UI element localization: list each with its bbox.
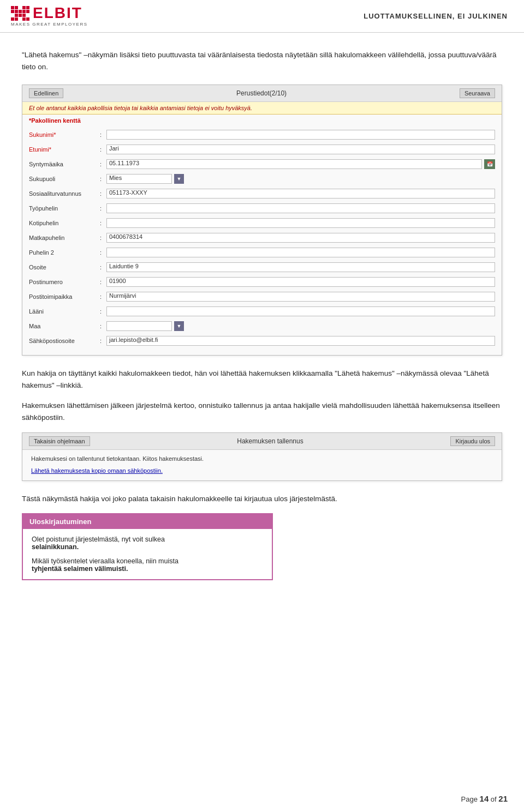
form-input-sosiaaliturvatunnus[interactable]: 051173-XXXY <box>106 189 495 199</box>
form-input-matkapuhelin[interactable]: 0400678314 <box>106 233 495 243</box>
sukupuoli-dropdown-icon[interactable]: ▼ <box>174 174 184 184</box>
form-row-kotipuhelin: Kotipuhelin : <box>29 217 495 229</box>
form-input-sahkoposti[interactable]: jari.lepisto@elbit.fi <box>106 336 495 346</box>
form-input-maa[interactable] <box>106 321 172 331</box>
intro-text: "Lähetä hakemus" –näkymän lisäksi tieto … <box>22 49 502 73</box>
form-value-postitoimipaikka: Nurmijärvi <box>109 292 136 299</box>
logo-grid <box>11 6 29 21</box>
form-input-laani[interactable] <box>106 306 495 316</box>
form-row-tyopuhelin: Työpuhelin : <box>29 202 495 214</box>
logo-icon: ELBIT <box>11 5 82 21</box>
form-label-laani: Lääni <box>29 308 100 315</box>
form-row-postitoimipaikka: Postitoimipaikka : Nurmijärvi <box>29 291 495 303</box>
form-label-puhelin2: Puhelin 2 <box>29 249 100 256</box>
form-label-postinumero: Postinumero <box>29 279 100 285</box>
form-input-kotipuhelin[interactable] <box>106 218 495 228</box>
logout-header: Uloskirjautuminen <box>23 514 272 529</box>
form-input-postitoimipaikka[interactable]: Nurmijärvi <box>106 292 495 302</box>
form-fields: Sukunimi* : Etunimi* : Jari Syntymäaika … <box>22 127 502 355</box>
form-value-syntymaaika: 05.11.1973 <box>109 160 139 166</box>
form-row-puhelin2: Puhelin 2 : <box>29 246 495 258</box>
form-input-tyopuhelin[interactable] <box>106 203 495 213</box>
logout-text2: Mikäli työskentelet vieraalla koneella, … <box>32 557 263 573</box>
form-label-postitoimipaikka: Postitoimipaikka <box>29 293 100 300</box>
form-input-postinumero[interactable]: 01900 <box>106 277 495 287</box>
logo-subtitle: MAKES GREAT EMPLOYERS <box>11 22 88 27</box>
form-input-osoite[interactable]: Laiduntie 9 <box>106 262 495 272</box>
form-row-etunimi: Etunimi* : Jari <box>29 143 495 155</box>
form-value-etunimi: Jari <box>109 145 119 152</box>
page-header: ELBIT MAKES GREAT EMPLOYERS LUOTTAMUKSEL… <box>0 0 524 33</box>
form-error-bar: Et ole antanut kaikkia pakollisia tietoj… <box>22 102 502 115</box>
form-error-msg: Et ole antanut kaikkia pakollisia tietoj… <box>29 105 252 111</box>
form-label-sosiaaliturvatunnus: Sosiaaliturvatunnus <box>29 190 100 197</box>
form-label-osoite: Osoite <box>29 264 100 270</box>
form-value-matkapuhelin: 0400678314 <box>109 233 142 240</box>
confirm-logout-button[interactable]: Kirjaudu ulos <box>450 436 495 446</box>
page-footer: Page 14 of 21 <box>461 794 508 803</box>
closing-text: Tästä näkymästä hakija voi joko palata t… <box>22 493 502 505</box>
form-row-postinumero: Postinumero : 01900 <box>29 276 495 288</box>
confirm-link[interactable]: Lähetä hakemuksesta kopio omaan sähköpos… <box>31 467 163 474</box>
form-label-sukunimi: Sukunimi* <box>29 131 100 138</box>
form-input-etunimi[interactable]: Jari <box>106 145 495 154</box>
form-label-tyopuhelin: Työpuhelin <box>29 205 100 212</box>
confirm-back-button[interactable]: Takaisin ohjelmaan <box>29 436 90 446</box>
confirm-nav-bar: Takaisin ohjelmaan Hakemuksen tallennus … <box>22 433 502 450</box>
main-content: "Lähetä hakemus" –näkymän lisäksi tieto … <box>0 33 524 613</box>
form-row-matkapuhelin: Matkapuhelin : 0400678314 <box>29 232 495 244</box>
form-input-sukupuoli[interactable]: Mies <box>106 174 172 184</box>
header-confidential-label: LUOTTAMUKSELLINEN, EI JULKINEN <box>364 12 508 20</box>
form-label-matkapuhelin: Matkapuhelin <box>29 234 100 241</box>
form-value-osoite: Laiduntie 9 <box>109 263 139 269</box>
form-row-laani: Lääni : <box>29 305 495 317</box>
maa-dropdown-icon[interactable]: ▼ <box>174 321 184 331</box>
form-value-sukupuoli: Mies <box>109 175 122 181</box>
form-label-kotipuhelin: Kotipuhelin <box>29 220 100 226</box>
form-label-syntymaaika: Syntymäaika <box>29 161 100 167</box>
body-text-1: Kun hakija on täyttänyt kaikki hakulomak… <box>22 368 502 391</box>
form-label-maa: Maa <box>29 323 100 329</box>
form-nav-bar: Edellinen Perustiedot(2/10) Seuraava <box>22 85 502 102</box>
form-row-sahkoposti: Sähköpostiosoite : jari.lepisto@elbit.fi <box>29 335 495 347</box>
form-label-etunimi: Etunimi* <box>29 146 100 153</box>
form-row-sosiaaliturvatunnus: Sosiaaliturvatunnus : 051173-XXXY <box>29 188 495 200</box>
logout-box: Uloskirjautuminen Olet poistunut järjest… <box>22 513 273 580</box>
confirm-nav-title: Hakemuksen tallennus <box>237 437 303 445</box>
form-row-sukupuoli: Sukupuoli : Mies ▼ <box>29 173 495 185</box>
confirm-body: Hakemuksesi on tallentunut tietokantaan.… <box>22 450 502 480</box>
confirm-msg1: Hakemuksesi on tallentunut tietokantaan.… <box>31 455 493 462</box>
form-row-osoite: Osoite : Laiduntie 9 <box>29 261 495 273</box>
form-prev-button[interactable]: Edellinen <box>29 88 63 98</box>
form-value-sosiaaliturvatunnus: 051173-XXXY <box>109 189 147 196</box>
body-text-2: Hakemuksen lähettämisen jälkeen järjeste… <box>22 400 502 423</box>
form-value-sahkoposti: jari.lepisto@elbit.fi <box>109 336 158 343</box>
logout-text1: Olet poistunut järjestelmästä, nyt voit … <box>32 536 263 551</box>
confirm-screenshot: Takaisin ohjelmaan Hakemuksen tallennus … <box>22 432 502 481</box>
form-value-postinumero: 01900 <box>109 278 126 284</box>
form-screenshot: Edellinen Perustiedot(2/10) Seuraava Et … <box>22 85 502 356</box>
page-current: 14 <box>480 794 489 803</box>
page-footer-text: Page 14 of 21 <box>461 795 508 803</box>
form-required-label: *Pakollinen kenttä <box>22 115 502 127</box>
form-row-syntymaaika: Syntymäaika : 05.11.1973 📅 <box>29 158 495 170</box>
form-input-sukunimi[interactable] <box>106 130 495 140</box>
form-row-sukunimi: Sukunimi* : <box>29 129 495 141</box>
logo-area: ELBIT MAKES GREAT EMPLOYERS <box>11 5 88 27</box>
form-label-sahkoposti: Sähköpostiosoite <box>29 338 100 344</box>
form-nav-title: Perustiedot(2/10) <box>236 89 287 97</box>
logout-body: Olet poistunut järjestelmästä, nyt voit … <box>23 529 272 579</box>
form-input-puhelin2[interactable] <box>106 248 495 257</box>
form-next-button[interactable]: Seuraava <box>460 88 495 98</box>
form-label-sukupuoli: Sukupuoli <box>29 176 100 182</box>
form-input-syntymaaika[interactable]: 05.11.1973 <box>106 159 482 169</box>
page-total: 21 <box>498 794 508 803</box>
logo-text: ELBIT <box>33 5 82 21</box>
form-row-maa: Maa : ▼ <box>29 320 495 332</box>
calendar-icon[interactable]: 📅 <box>484 159 495 169</box>
